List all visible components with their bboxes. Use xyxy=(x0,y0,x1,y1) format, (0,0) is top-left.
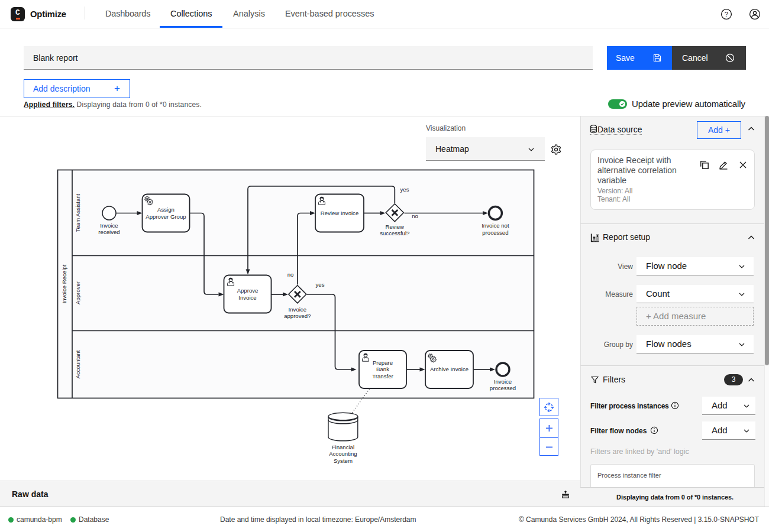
svg-text:Accountant: Accountant xyxy=(75,350,81,378)
svg-text:Invoice: Invoice xyxy=(238,294,256,301)
svg-text:Approver: Approver xyxy=(75,281,81,304)
svg-text:yes: yes xyxy=(400,186,409,193)
svg-text:no: no xyxy=(412,213,418,219)
svg-text:no: no xyxy=(287,271,294,278)
svg-text:received: received xyxy=(98,229,119,235)
svg-text:Team Assistant: Team Assistant xyxy=(75,193,81,232)
svg-text:Invoice: Invoice xyxy=(100,222,118,229)
svg-text:Invoice: Invoice xyxy=(289,306,306,313)
svg-text:Prepare: Prepare xyxy=(373,359,393,366)
svg-text:yes: yes xyxy=(316,281,325,288)
svg-text:successful?: successful? xyxy=(380,230,409,236)
svg-text:Invoice Receipt: Invoice Receipt xyxy=(61,264,67,303)
svg-text:Archive Invoice: Archive Invoice xyxy=(430,366,468,372)
svg-text:?: ? xyxy=(725,11,728,18)
svg-text:processed: processed xyxy=(490,385,516,391)
svg-text:Approver Group: Approver Group xyxy=(146,213,186,220)
svg-text:Transfer: Transfer xyxy=(372,373,393,379)
svg-text:approved?: approved? xyxy=(284,313,311,319)
svg-text:Invoice not: Invoice not xyxy=(482,222,509,229)
svg-text:System: System xyxy=(334,458,353,464)
svg-text:Financial: Financial xyxy=(332,444,354,450)
svg-text:Review Invoice: Review Invoice xyxy=(321,210,359,216)
svg-text:processed: processed xyxy=(482,229,508,236)
svg-text:Assign: Assign xyxy=(157,206,175,213)
svg-text:Bank: Bank xyxy=(376,366,389,372)
svg-text:Invoice: Invoice xyxy=(494,378,512,385)
svg-text:Review: Review xyxy=(386,223,405,230)
svg-text:Accounting: Accounting xyxy=(329,450,357,457)
svg-text:Approve: Approve xyxy=(237,287,259,294)
